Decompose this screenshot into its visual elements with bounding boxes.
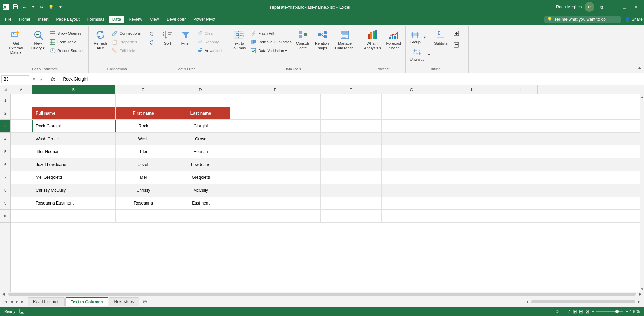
lightbulb-qat[interactable]: 💡 bbox=[47, 4, 55, 10]
cell-b5[interactable]: Tiler Heenan bbox=[32, 145, 116, 158]
undo-dropdown[interactable]: ▼ bbox=[30, 5, 36, 9]
text-to-columns-button[interactable]: Rock Giorgini Rock Giorgini Text toColum… bbox=[229, 28, 248, 52]
row-header-6[interactable]: 6 bbox=[0, 158, 10, 171]
sheet-tab-0[interactable]: Read this first! bbox=[28, 297, 65, 306]
cell-g4[interactable] bbox=[382, 133, 442, 145]
cell-d8[interactable]: McCully bbox=[171, 184, 230, 197]
zoom-plus[interactable]: + bbox=[626, 309, 628, 314]
cell-e3[interactable] bbox=[230, 120, 321, 132]
cell-e10[interactable] bbox=[230, 210, 321, 222]
cell-i10[interactable] bbox=[503, 210, 538, 222]
group-button[interactable]: Group bbox=[408, 29, 422, 45]
cell-e8[interactable] bbox=[230, 184, 321, 197]
cell-h6[interactable] bbox=[442, 158, 503, 171]
zoom-minus[interactable]: − bbox=[592, 309, 594, 314]
cell-i9[interactable] bbox=[503, 197, 538, 209]
cell-i6[interactable] bbox=[503, 158, 538, 171]
cell-d7[interactable]: Gregoletti bbox=[171, 171, 230, 184]
minimize-btn[interactable]: − bbox=[609, 3, 617, 11]
cell-i7[interactable] bbox=[503, 171, 538, 184]
row-header-5[interactable]: 5 bbox=[0, 145, 10, 158]
group-dropdown[interactable]: ▼ bbox=[422, 29, 427, 45]
col-header-a[interactable]: A bbox=[10, 85, 32, 94]
cell-h7[interactable] bbox=[442, 171, 503, 184]
cell-a9[interactable] bbox=[11, 197, 32, 209]
page-layout-btn[interactable]: ⊟ bbox=[579, 309, 583, 314]
cell-g1[interactable] bbox=[382, 94, 442, 107]
consolidate-button[interactable]: Consoli-date bbox=[294, 28, 312, 52]
row-header-2[interactable]: 2 bbox=[0, 107, 10, 120]
save-qat[interactable] bbox=[11, 3, 19, 11]
cell-i3[interactable] bbox=[503, 120, 538, 132]
cell-reference[interactable] bbox=[1, 75, 29, 83]
ribbon-collapse-button[interactable]: ▲ bbox=[637, 65, 642, 70]
cell-g8[interactable] bbox=[382, 184, 442, 197]
col-header-h[interactable]: H bbox=[442, 85, 503, 94]
cell-a8[interactable] bbox=[11, 184, 32, 197]
corner-cell[interactable] bbox=[0, 85, 10, 94]
search-box[interactable]: 💡 Tell me what you want to do bbox=[544, 16, 621, 23]
sort-button[interactable]: A Z Sort bbox=[159, 28, 176, 47]
cell-f5[interactable] bbox=[321, 145, 382, 158]
cell-f7[interactable] bbox=[321, 171, 382, 184]
refresh-all-button[interactable]: RefreshAll ▾ bbox=[91, 28, 109, 52]
cell-c10[interactable] bbox=[116, 210, 171, 222]
cell-f4[interactable] bbox=[321, 133, 382, 145]
remove-duplicates-button[interactable]: Remove Duplicates bbox=[248, 38, 293, 46]
cell-a10[interactable] bbox=[11, 210, 32, 222]
cell-i8[interactable] bbox=[503, 184, 538, 197]
cell-i4[interactable] bbox=[503, 133, 538, 145]
sheet-tab-1[interactable]: Text to Columns bbox=[65, 297, 108, 306]
cell-i2[interactable] bbox=[503, 107, 538, 119]
cell-b3[interactable]: Rock Giorgini bbox=[32, 120, 116, 132]
sheet-tab-2[interactable]: Next steps bbox=[109, 297, 139, 306]
add-sheet-button[interactable]: ⊕ bbox=[140, 298, 150, 305]
menu-developer[interactable]: Developer bbox=[163, 16, 189, 23]
scroll-horz-left[interactable]: ◄ bbox=[525, 300, 529, 304]
cell-h4[interactable] bbox=[442, 133, 503, 145]
row-header-9[interactable]: 9 bbox=[0, 197, 10, 210]
cell-h3[interactable] bbox=[442, 120, 503, 132]
cell-b2-header[interactable]: Full name bbox=[32, 107, 116, 119]
cell-c4[interactable]: Wash bbox=[116, 133, 171, 145]
cell-d3[interactable]: Giorgini bbox=[171, 120, 230, 132]
menu-file[interactable]: File bbox=[1, 16, 15, 23]
cell-d1[interactable] bbox=[171, 94, 230, 107]
menu-formulas[interactable]: Formulas bbox=[84, 16, 108, 23]
row-header-4[interactable]: 4 bbox=[0, 133, 10, 145]
cell-a5[interactable] bbox=[11, 145, 32, 158]
cell-h2[interactable] bbox=[442, 107, 503, 119]
normal-view-btn[interactable]: ⊞ bbox=[573, 309, 577, 314]
sheet-nav-prev[interactable]: ◄ bbox=[9, 299, 14, 304]
cell-f10[interactable] bbox=[321, 210, 382, 222]
confirm-formula-icon[interactable]: ✓ bbox=[38, 76, 45, 82]
row-header-10[interactable]: 10 bbox=[0, 210, 10, 223]
cell-g2[interactable] bbox=[382, 107, 442, 119]
cell-g7[interactable] bbox=[382, 171, 442, 184]
cell-c7[interactable]: Mel bbox=[116, 171, 171, 184]
cell-c6[interactable]: Jozef bbox=[116, 158, 171, 171]
cell-d5[interactable]: Heenan bbox=[171, 145, 230, 158]
cell-a1[interactable] bbox=[11, 94, 32, 107]
col-header-g[interactable]: G bbox=[381, 85, 442, 94]
menu-view[interactable]: View bbox=[147, 16, 163, 23]
cell-i5[interactable] bbox=[503, 145, 538, 158]
cell-f1[interactable] bbox=[321, 94, 382, 107]
vertical-scrollbar[interactable]: ▲ ▼ bbox=[640, 94, 644, 292]
cell-e4[interactable] bbox=[230, 133, 321, 145]
sort-za-button[interactable]: Z A bbox=[148, 39, 158, 48]
row-header-3[interactable]: 3 bbox=[0, 120, 10, 133]
cell-g9[interactable] bbox=[382, 197, 442, 209]
filter-button[interactable]: Filter bbox=[177, 28, 194, 47]
col-header-b[interactable]: B bbox=[32, 85, 115, 94]
cell-b9[interactable]: Roseanna Eastment bbox=[32, 197, 116, 209]
recent-sources-button[interactable]: 🕐 Recent Sources bbox=[48, 47, 86, 55]
cell-d10[interactable] bbox=[171, 210, 230, 222]
cell-g6[interactable] bbox=[382, 158, 442, 171]
advanced-button[interactable]: Advanced bbox=[195, 47, 223, 55]
cell-d9[interactable]: Eastment bbox=[171, 197, 230, 209]
cell-i1[interactable] bbox=[503, 94, 538, 107]
cell-b10[interactable] bbox=[32, 210, 116, 222]
sheet-nav-first[interactable]: |◄ bbox=[3, 299, 8, 304]
undo-qat[interactable]: ↩ bbox=[22, 4, 28, 10]
